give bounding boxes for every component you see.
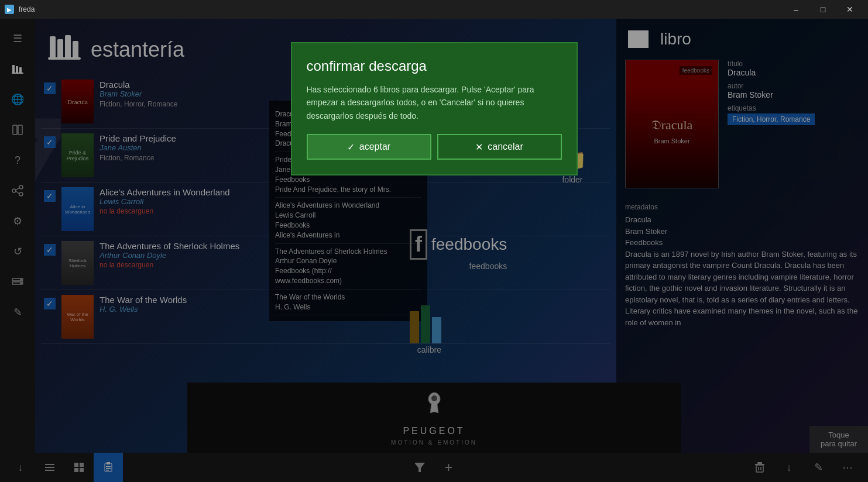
maximize-button[interactable]: □	[809, 0, 836, 19]
modal-body: Has seleccionado 6 libros para descargar…	[307, 83, 562, 122]
modal-overlay: confirmar descarga Has seleccionado 6 li…	[0, 19, 868, 482]
close-button[interactable]: ✕	[836, 0, 863, 19]
window-controls: – □ ✕	[783, 0, 863, 19]
modal-dialog: confirmar descarga Has seleccionado 6 li…	[291, 42, 578, 175]
modal-title: confirmar descarga	[307, 58, 562, 74]
check-icon: ✓	[347, 142, 355, 153]
x-icon: ✕	[475, 142, 483, 153]
minimize-button[interactable]: –	[783, 0, 809, 19]
cancel-label: cancelar	[488, 142, 523, 152]
app-container: 7 A ☰ 🌐 ?	[0, 19, 868, 482]
accept-label: aceptar	[359, 142, 390, 152]
title-bar: ▶ freda – □ ✕	[0, 0, 868, 19]
app-icon: ▶	[5, 5, 14, 14]
app-title: freda	[19, 5, 783, 13]
modal-buttons: ✓ aceptar ✕ cancelar	[307, 134, 562, 160]
cancel-button[interactable]: ✕ cancelar	[437, 134, 562, 160]
accept-button[interactable]: ✓ aceptar	[307, 134, 431, 160]
